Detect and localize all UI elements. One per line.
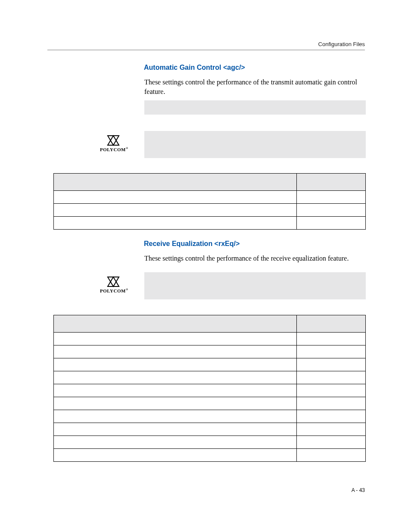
polycom-reg: ® <box>126 146 128 150</box>
section-title-rxeq: Receive Equalization <rxEq/> <box>144 240 240 248</box>
table-cell <box>297 410 366 423</box>
section-body-agc: These settings control the performance o… <box>144 78 364 96</box>
polycom-brand-text: POLYCOM <box>100 288 126 293</box>
header-section-label: Configuration Files <box>318 41 365 47</box>
table-cell <box>54 217 297 230</box>
svg-marker-2 <box>108 277 119 286</box>
table-cell <box>54 436 297 449</box>
callout-box-1 <box>144 100 366 115</box>
table-row <box>54 423 366 436</box>
table-row <box>54 384 366 397</box>
table-header-cell <box>54 315 297 333</box>
table-cell <box>54 423 297 436</box>
page-number: A - 43 <box>352 487 365 493</box>
table-row <box>54 397 366 410</box>
table-row <box>54 333 366 345</box>
table-cell <box>54 397 297 410</box>
params-table-agc <box>53 173 366 230</box>
table-cell <box>54 371 297 384</box>
table-row <box>54 358 366 371</box>
table-row <box>54 371 366 384</box>
table-row <box>54 436 366 449</box>
section-body-rxeq: These settings control the performance o… <box>144 254 368 263</box>
table-cell <box>297 358 366 371</box>
callout-box-2 <box>144 131 366 158</box>
table-row <box>54 204 366 217</box>
table-cell <box>297 333 366 345</box>
table-cell <box>297 191 366 204</box>
table-cell <box>54 384 297 397</box>
svg-marker-0 <box>108 136 119 145</box>
polycom-logo-1: POLYCOM® <box>100 135 127 152</box>
polycom-reg: ® <box>126 288 128 291</box>
table-cell <box>297 423 366 436</box>
polycom-icon <box>107 276 120 287</box>
table-row <box>54 217 366 230</box>
table-header-cell <box>54 174 297 191</box>
section-title-agc: Automatic Gain Control <agc/> <box>144 64 245 72</box>
table-cell <box>54 345 297 358</box>
polycom-brand-text: POLYCOM <box>100 147 126 152</box>
params-table-rxeq <box>53 315 366 462</box>
table-row <box>54 191 366 204</box>
table-cell <box>54 410 297 423</box>
polycom-logo-2: POLYCOM® <box>100 276 127 293</box>
table-cell <box>297 384 366 397</box>
table-row <box>54 449 366 462</box>
table-cell <box>54 204 297 217</box>
table-cell <box>297 436 366 449</box>
table-header-cell <box>297 174 366 191</box>
table-cell <box>54 449 297 462</box>
table-header-cell <box>297 315 366 333</box>
table-header-row <box>54 315 366 333</box>
polycom-icon <box>107 135 120 146</box>
table-cell <box>297 217 366 230</box>
table-row <box>54 410 366 423</box>
table-cell <box>54 191 297 204</box>
table-cell <box>54 358 297 371</box>
table-cell <box>297 371 366 384</box>
table-row <box>54 345 366 358</box>
table-header-row <box>54 174 366 191</box>
table-cell <box>297 204 366 217</box>
svg-marker-3 <box>108 277 119 286</box>
header-rule <box>47 50 365 50</box>
table-cell <box>297 397 366 410</box>
callout-box-3 <box>144 272 366 299</box>
table-cell <box>297 345 366 358</box>
table-cell <box>297 449 366 462</box>
table-cell <box>54 333 297 345</box>
svg-marker-1 <box>108 136 119 145</box>
